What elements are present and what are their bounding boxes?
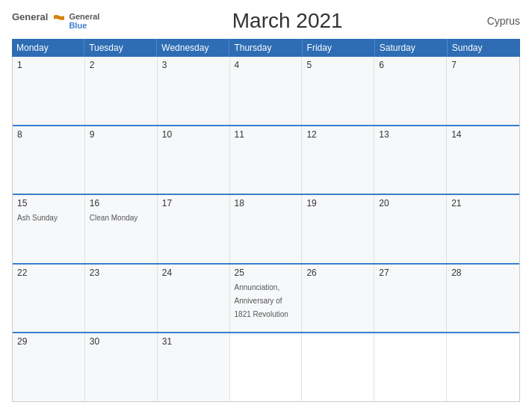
calendar-cell: 10 bbox=[158, 126, 230, 194]
day-number: 6 bbox=[379, 60, 442, 70]
day-number: 11 bbox=[235, 129, 297, 140]
logo: General General Blue bbox=[12, 12, 99, 30]
day-number: 24 bbox=[162, 268, 225, 278]
calendar-cell: 3 bbox=[158, 57, 230, 125]
calendar-cell: 15Ash Sunday bbox=[13, 195, 85, 263]
calendar-week-4: 22232425Annunciation, Anniversary of 182… bbox=[13, 265, 519, 334]
event-label: Clean Monday bbox=[90, 214, 137, 222]
calendar-cell bbox=[374, 333, 447, 401]
calendar-cell: 1 bbox=[13, 57, 85, 125]
calendar-cell: 16Clean Monday bbox=[85, 195, 158, 263]
calendar-cell: 26 bbox=[302, 265, 374, 333]
weekday-header-thursday: Thursday bbox=[229, 39, 302, 57]
calendar-cell: 27 bbox=[374, 265, 447, 333]
day-number: 21 bbox=[451, 198, 515, 208]
weekday-header: MondayTuesdayWednesdayThursdayFridaySatu… bbox=[12, 39, 520, 57]
calendar-week-3: 15Ash Sunday16Clean Monday1718192021 bbox=[13, 195, 519, 265]
weekday-header-friday: Friday bbox=[303, 39, 375, 57]
calendar-body: 123456789101112131415Ash Sunday16Clean M… bbox=[12, 57, 520, 402]
day-number: 8 bbox=[17, 129, 80, 140]
svg-rect-1 bbox=[51, 19, 67, 25]
day-number: 20 bbox=[379, 198, 442, 208]
day-number: 4 bbox=[235, 60, 297, 70]
calendar-cell bbox=[302, 333, 374, 401]
day-number: 18 bbox=[235, 198, 297, 208]
calendar-cell: 7 bbox=[447, 57, 519, 125]
day-number: 9 bbox=[90, 129, 152, 140]
calendar-cell: 20 bbox=[374, 195, 447, 263]
day-number: 15 bbox=[17, 198, 80, 208]
calendar-cell: 30 bbox=[85, 333, 158, 401]
day-number: 7 bbox=[451, 60, 515, 70]
weekday-header-wednesday: Wednesday bbox=[157, 39, 229, 57]
calendar-cell: 5 bbox=[302, 57, 374, 125]
calendar-cell bbox=[447, 333, 519, 401]
day-number: 27 bbox=[379, 268, 442, 278]
svg-point-2 bbox=[58, 16, 61, 19]
weekday-header-saturday: Saturday bbox=[375, 39, 448, 57]
day-number: 22 bbox=[17, 268, 80, 278]
calendar-cell: 11 bbox=[230, 126, 303, 194]
calendar-cell: 9 bbox=[85, 126, 158, 194]
calendar-cell: 13 bbox=[374, 126, 447, 194]
day-number: 19 bbox=[306, 198, 369, 208]
calendar-cell: 29 bbox=[13, 333, 85, 401]
calendar-cell: 24 bbox=[158, 265, 230, 333]
calendar-cell: 2 bbox=[85, 57, 158, 125]
day-number: 10 bbox=[162, 129, 225, 140]
day-number: 12 bbox=[306, 129, 369, 140]
weekday-header-sunday: Sunday bbox=[448, 39, 520, 57]
calendar-cell: 22 bbox=[13, 265, 85, 333]
calendar-page: General General Blue March 2021 Cyprus M… bbox=[0, 0, 532, 411]
calendar-title: March 2021 bbox=[232, 9, 343, 33]
day-number: 28 bbox=[451, 268, 515, 278]
logo-flag-icon bbox=[51, 12, 67, 25]
calendar-cell: 19 bbox=[302, 195, 374, 263]
day-number: 17 bbox=[162, 198, 225, 208]
calendar-cell: 25Annunciation, Anniversary of 1821 Revo… bbox=[230, 265, 303, 333]
day-number: 23 bbox=[90, 268, 152, 278]
day-number: 1 bbox=[17, 60, 80, 70]
day-number: 30 bbox=[90, 336, 152, 347]
calendar-cell: 18 bbox=[230, 195, 303, 263]
country-label: Cyprus bbox=[475, 15, 520, 27]
calendar-cell: 23 bbox=[85, 265, 158, 333]
calendar-grid: MondayTuesdayWednesdayThursdayFridaySatu… bbox=[12, 39, 520, 402]
day-number: 31 bbox=[162, 336, 225, 347]
calendar-cell: 4 bbox=[230, 57, 303, 125]
day-number: 25 bbox=[235, 268, 297, 278]
calendar-cell: 31 bbox=[158, 333, 230, 401]
day-number: 13 bbox=[379, 129, 442, 140]
page-header: General General Blue March 2021 Cyprus bbox=[12, 9, 520, 33]
day-number: 2 bbox=[90, 60, 152, 70]
event-label: Annunciation, Anniversary of 1821 Revolu… bbox=[235, 283, 288, 318]
logo-general-text: General bbox=[12, 12, 48, 22]
calendar-week-1: 1234567 bbox=[13, 57, 519, 126]
calendar-week-2: 891011121314 bbox=[13, 126, 519, 196]
calendar-cell: 8 bbox=[13, 126, 85, 194]
day-number: 29 bbox=[17, 336, 80, 347]
day-number: 5 bbox=[306, 60, 369, 70]
day-number: 3 bbox=[162, 60, 225, 70]
calendar-cell: 12 bbox=[302, 126, 374, 194]
day-number: 16 bbox=[90, 198, 152, 208]
calendar-cell: 28 bbox=[447, 265, 519, 333]
calendar-cell bbox=[230, 333, 303, 401]
day-number: 14 bbox=[451, 129, 515, 140]
calendar-cell: 6 bbox=[374, 57, 447, 125]
day-number: 26 bbox=[306, 268, 369, 278]
event-label: Ash Sunday bbox=[17, 214, 58, 222]
calendar-week-5: 293031 bbox=[13, 333, 519, 402]
weekday-header-tuesday: Tuesday bbox=[84, 39, 157, 57]
calendar-cell: 17 bbox=[158, 195, 230, 263]
calendar-cell: 14 bbox=[447, 126, 519, 194]
calendar-cell: 21 bbox=[447, 195, 519, 263]
weekday-header-monday: Monday bbox=[12, 39, 84, 57]
